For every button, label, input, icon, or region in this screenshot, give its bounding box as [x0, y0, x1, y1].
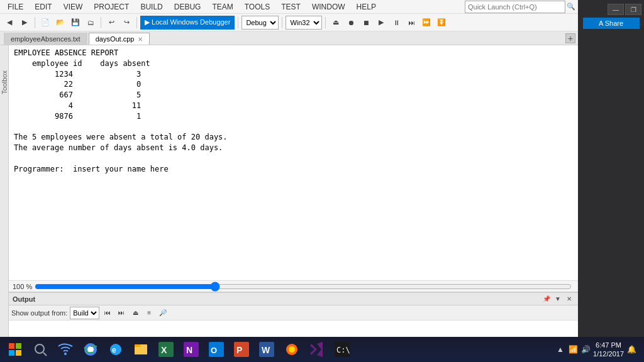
svg-text:O: O: [211, 346, 217, 355]
toolbar-new[interactable]: 📄: [38, 16, 52, 30]
toolbar-btn-3[interactable]: ⏹: [359, 16, 373, 30]
taskbar-cmd[interactable]: C:\: [330, 338, 355, 361]
rp-minimize-button[interactable]: —: [608, 4, 624, 15]
taskbar-firefox[interactable]: [279, 338, 304, 361]
menu-window[interactable]: WINDOW: [307, 1, 350, 13]
clock-date: 1/12/2017: [593, 349, 624, 358]
taskbar-right: ▲ 📶 🔊 6:47 PM 1/12/2017 🔔: [555, 341, 641, 359]
svg-point-6: [35, 344, 44, 353]
tab-label-employee-absences: employeeAbsences.txt: [11, 35, 80, 43]
tab-add-button[interactable]: +: [565, 33, 575, 43]
show-output-label: Show output from:: [11, 309, 67, 317]
menu-debug[interactable]: DEBUG: [169, 1, 206, 13]
taskbar-word[interactable]: W: [254, 338, 279, 361]
tab-close-days-out[interactable]: ✕: [138, 36, 143, 43]
output-close-button[interactable]: ✕: [564, 294, 574, 304]
svg-point-27: [289, 346, 295, 353]
taskbar-onenote[interactable]: N: [179, 338, 204, 361]
toolbar-btn-7[interactable]: ⏩: [419, 16, 433, 30]
start-button[interactable]: [3, 338, 28, 361]
svg-rect-2: [9, 343, 14, 349]
taskbar-ppt[interactable]: P: [229, 338, 254, 361]
taskbar-ie[interactable]: e: [103, 338, 128, 361]
taskbar-vs[interactable]: [304, 338, 330, 361]
toolbar-separator-4: [238, 17, 238, 28]
output-controls: 📌 ▼ ✕: [541, 294, 574, 304]
output-toolbar: Show output from: Build ⏮ ⏭ ⏏ ≡ 🔎: [9, 305, 578, 321]
menu-build[interactable]: BUILD: [135, 1, 167, 13]
menu-tools[interactable]: TOOLS: [240, 1, 275, 13]
toolbar-save-all[interactable]: 🗂: [84, 16, 97, 30]
toolbar-nav-back[interactable]: ◀: [3, 16, 16, 30]
rp-restore-button[interactable]: ❐: [625, 4, 641, 15]
right-panel-controls: — ❐: [578, 3, 644, 16]
taskbar-search[interactable]: [28, 338, 53, 361]
output-float-button[interactable]: ▼: [553, 294, 563, 304]
output-tb-btn1[interactable]: ⏮: [102, 307, 113, 319]
toolbar-btn-1[interactable]: ⏏: [329, 16, 343, 30]
output-tb-btn2[interactable]: ⏭: [116, 307, 127, 319]
menu-view[interactable]: VIEW: [58, 1, 88, 13]
svg-rect-5: [16, 350, 21, 356]
toolbar-undo[interactable]: ↩: [104, 16, 118, 30]
toolbar-btn-8[interactable]: ⏬: [435, 16, 448, 30]
debug-config-select[interactable]: Debug: [242, 16, 279, 30]
toolbar-btn-2[interactable]: ⏺: [344, 16, 358, 30]
svg-rect-4: [9, 350, 14, 356]
menu-project[interactable]: PROJECT: [89, 1, 134, 13]
taskbar-explorer[interactable]: [128, 338, 153, 361]
taskbar-wifi[interactable]: [53, 338, 78, 361]
toolbar-start[interactable]: ▶ Local Windows Debugger: [140, 16, 235, 30]
svg-rect-3: [16, 343, 21, 349]
tab-employee-absences[interactable]: employeeAbsences.txt: [4, 33, 87, 45]
output-tb-btn4[interactable]: ≡: [143, 307, 155, 319]
share-button[interactable]: A Share: [583, 18, 640, 29]
clock-time: 6:47 PM: [593, 341, 624, 349]
toolbar-redo[interactable]: ↪: [119, 16, 133, 30]
toolbox-label[interactable]: Toolbox: [1, 70, 8, 94]
menu-help[interactable]: HELP: [352, 1, 381, 13]
svg-text:C:\: C:\: [336, 346, 350, 354]
content-row: Toolbox EMPLOYEE ABSENCE REPORT employee…: [0, 45, 578, 362]
toolbar: ◀ ▶ 📄 📂 💾 🗂 ↩ ↪ ▶ Local Windows Debugger…: [0, 14, 578, 31]
toolbar-separator-6: [325, 17, 326, 28]
taskbar-volume-icon[interactable]: 🔊: [580, 344, 591, 354]
toolbox-strip: Toolbox: [0, 45, 9, 362]
menu-edit[interactable]: EDIT: [30, 1, 57, 13]
clock[interactable]: 6:47 PM 1/12/2017: [593, 341, 624, 359]
platform-select[interactable]: Win32: [286, 16, 322, 30]
svg-text:W: W: [262, 345, 270, 355]
menu-test[interactable]: TEST: [276, 1, 306, 13]
toolbar-btn-4[interactable]: ▶: [374, 16, 388, 30]
toolbar-nav-forward[interactable]: ▶: [18, 16, 31, 30]
output-title: Output: [13, 295, 35, 303]
start-label: ▶ Local Windows Debugger: [145, 18, 230, 26]
toolbar-separator-2: [101, 17, 101, 28]
tab-bar: employeeAbsences.txt daysOut.cpp ✕ +: [0, 31, 578, 45]
taskbar-excel[interactable]: X: [153, 338, 179, 361]
main-area: FILE EDIT VIEW PROJECT BUILD DEBUG TEAM …: [0, 0, 578, 362]
tab-days-out[interactable]: daysOut.cpp ✕: [89, 33, 150, 45]
quick-launch-input[interactable]: [465, 1, 565, 13]
editor-area[interactable]: EMPLOYEE ABSENCE REPORT employee id days…: [9, 45, 578, 280]
zoom-bar: 100 %: [9, 280, 578, 292]
svg-marker-28: [310, 344, 317, 355]
taskbar-notification-icon[interactable]: 🔔: [626, 344, 636, 354]
toolbar-open[interactable]: 📂: [53, 16, 67, 30]
toolbar-save[interactable]: 💾: [69, 16, 82, 30]
svg-text:e: e: [112, 346, 116, 354]
menu-file[interactable]: FILE: [3, 1, 28, 13]
toolbar-separator-5: [282, 17, 282, 28]
taskbar-network-icon[interactable]: 📶: [568, 344, 578, 354]
output-source-select[interactable]: Build: [70, 307, 99, 319]
zoom-slider[interactable]: [35, 284, 572, 289]
taskbar-system-tray-arrow[interactable]: ▲: [555, 344, 565, 354]
toolbar-btn-5[interactable]: ⏸: [389, 16, 403, 30]
menu-team[interactable]: TEAM: [207, 1, 238, 13]
output-tb-btn5[interactable]: 🔎: [157, 307, 169, 319]
taskbar-outlook[interactable]: O: [204, 338, 229, 361]
taskbar-chrome[interactable]: [78, 338, 103, 361]
toolbar-btn-6[interactable]: ⏭: [404, 16, 418, 30]
output-pin-button[interactable]: 📌: [541, 294, 552, 304]
output-tb-btn3[interactable]: ⏏: [130, 307, 141, 319]
